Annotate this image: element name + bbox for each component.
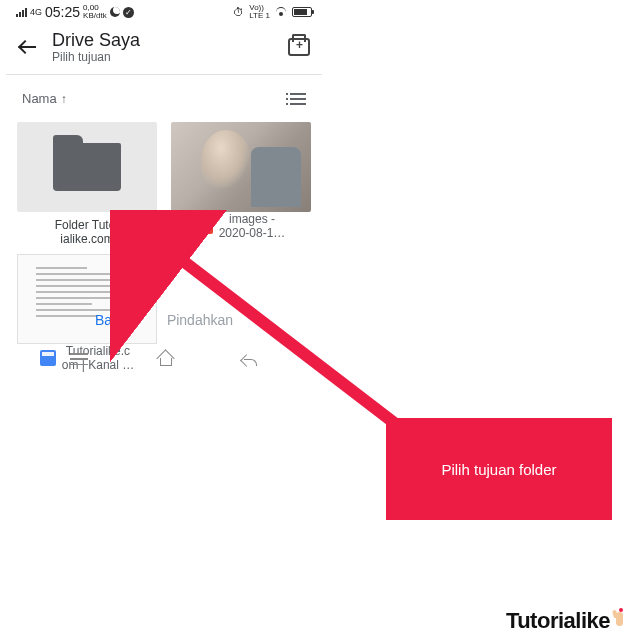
annotation-callout: Pilih tujuan folder [386, 418, 612, 520]
sort-row: Nama ↑ [6, 83, 322, 118]
annotation-text: Pilih tujuan folder [441, 461, 556, 478]
grid-item-image[interactable]: images - 2020-08-1… [164, 118, 318, 250]
sort-label: Nama [22, 91, 57, 106]
bottom-actions: Batal Pindahkan [6, 298, 322, 342]
grid-item-folder[interactable]: Folder Tutor ialike.com [10, 118, 164, 250]
data-speed: 0,00KB/dtk [83, 4, 107, 20]
nav-home-button[interactable] [157, 352, 173, 366]
status-right: ⏱ Vo))LTE 1 [233, 4, 312, 20]
image-type-icon [197, 218, 213, 234]
watermark: Tutorialike [506, 608, 628, 634]
nav-back-button[interactable] [242, 352, 258, 366]
system-nav-bar [6, 348, 322, 370]
view-toggle-button[interactable] [290, 93, 306, 105]
page-title: Drive Saya [52, 30, 274, 51]
network-type: 4G [30, 7, 42, 17]
sort-direction-icon: ↑ [61, 92, 67, 106]
image-thumb [171, 122, 311, 212]
nav-recents-button[interactable] [70, 353, 88, 365]
status-bar: 4G 05:25 0,00KB/dtk ✓ ⏱ Vo))LTE 1 [6, 0, 322, 22]
image-label: images - 2020-08-1… [219, 212, 286, 240]
page-subtitle: Pilih tujuan [52, 50, 274, 64]
signal-icon [16, 8, 27, 17]
phone-frame: 4G 05:25 0,00KB/dtk ✓ ⏱ Vo))LTE 1 Drive … [6, 0, 322, 376]
battery-icon [292, 7, 312, 17]
divider [6, 74, 322, 75]
app-bar: Drive Saya Pilih tujuan [6, 22, 322, 74]
folder-label: Folder Tutor ialike.com [55, 218, 120, 246]
back-button[interactable] [20, 40, 38, 54]
hand-icon [612, 610, 628, 632]
status-left: 4G 05:25 0,00KB/dtk ✓ [16, 4, 134, 20]
cancel-button[interactable]: Batal [95, 312, 127, 328]
new-folder-button[interactable] [288, 38, 310, 56]
title-block: Drive Saya Pilih tujuan [52, 30, 274, 64]
alarm-icon: ⏱ [233, 6, 244, 18]
clock: 05:25 [45, 4, 80, 20]
folder-thumb [17, 122, 157, 212]
move-button[interactable]: Pindahkan [167, 312, 233, 328]
check-icon: ✓ [123, 7, 134, 18]
dnd-icon [110, 7, 120, 17]
sort-button[interactable]: Nama ↑ [22, 91, 67, 106]
folder-icon [53, 143, 121, 191]
volte-label: Vo))LTE 1 [249, 4, 270, 20]
wifi-icon [275, 7, 287, 17]
